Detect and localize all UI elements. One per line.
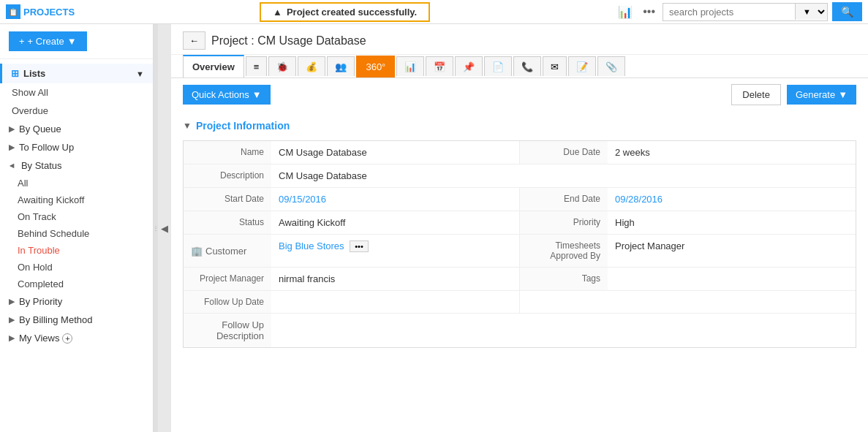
bar-chart-icon[interactable]: 📊	[615, 4, 635, 20]
sidebar-item-by-priority[interactable]: ▶ By Priority	[0, 292, 153, 311]
app-title: PROJECTS	[23, 7, 75, 18]
tab-money-icon[interactable]: 💰	[298, 56, 325, 76]
info-row-status: Status Awaiting Kickoff Priority High	[184, 211, 856, 235]
tab-list-icon[interactable]: ≡	[246, 56, 268, 76]
search-button[interactable]: 🔍	[832, 2, 862, 21]
sidebar-item-all[interactable]: All	[0, 175, 153, 192]
topbar-center: ▲ Project created successfully.	[79, 2, 611, 22]
chevron-right-icon: ▶	[9, 124, 15, 134]
search-bar: ▼	[663, 3, 828, 21]
success-message: Project created successfully.	[287, 7, 417, 18]
project-manager-value: nirmal francis	[271, 268, 519, 290]
content-area: ← Project : CM Usage Database Overview ≡…	[171, 24, 868, 432]
sidebar-item-by-status[interactable]: ▼ By Status	[0, 156, 153, 175]
sidebar-item-by-queue[interactable]: ▶ By Queue	[0, 120, 153, 138]
name-label: Name	[184, 141, 271, 164]
follow-up-date-label: Follow Up Date	[184, 291, 271, 313]
follow-up-date-value[interactable]	[271, 291, 519, 313]
page-title: Project : CM Usage Database	[211, 34, 366, 48]
due-date-field: Due Date 2 weeks	[519, 141, 856, 164]
tab-team-icon[interactable]: 👥	[327, 56, 355, 76]
success-icon: ▲	[273, 7, 282, 18]
email-icon: ✉	[551, 61, 559, 72]
project-manager-field: Project Manager nirmal francis	[184, 268, 519, 290]
sidebar-item-my-views[interactable]: ▶ My Views +	[0, 329, 153, 347]
tab-calendar-icon[interactable]: 📅	[426, 56, 453, 76]
tab-bug-icon[interactable]: 🐞	[268, 56, 296, 76]
sidebar-lists-header[interactable]: ⊞ Lists ▼	[0, 64, 153, 83]
sidebar-item-overdue[interactable]: Overdue	[0, 102, 153, 120]
topbar-right: 📊 ••• ▼ 🔍	[615, 2, 862, 21]
info-row-follow-up-date: Follow Up Date	[184, 291, 856, 314]
tab-overview[interactable]: Overview	[183, 55, 244, 77]
sidebar-item-show-all[interactable]: Show All	[0, 83, 153, 102]
customer-link[interactable]: Big Blue Stores	[279, 240, 344, 251]
sidebar-item-on-hold[interactable]: On Hold	[0, 259, 153, 276]
start-date-value[interactable]: 09/15/2016	[271, 188, 519, 211]
sidebar-item-to-follow-up[interactable]: ▶ To Follow Up	[0, 138, 153, 156]
project-info-table: Name CM Usage Database Due Date 2 weeks …	[183, 140, 856, 348]
table-icon: 📊	[404, 61, 416, 72]
description-label: Description	[184, 164, 271, 187]
timesheets-value: Project Manager	[608, 235, 856, 267]
sidebar-item-behind-schedule[interactable]: Behind Schedule	[0, 225, 153, 242]
description-value: CM Usage Database	[271, 164, 856, 187]
sidebar-item-awaiting-kickoff[interactable]: Awaiting Kickoff	[0, 192, 153, 208]
sidebar-item-by-billing[interactable]: ▶ By Billing Method	[0, 311, 153, 329]
sidebar-item-on-track[interactable]: On Track	[0, 208, 153, 225]
tags-value[interactable]	[608, 268, 856, 290]
customer-value: Big Blue Stores •••	[271, 235, 519, 267]
tab-email-icon[interactable]: ✉	[543, 56, 567, 76]
follow-up-date-empty	[519, 291, 856, 313]
create-button[interactable]: + + Create ▼	[9, 31, 87, 51]
info-row-name: Name CM Usage Database Due Date 2 weeks	[184, 141, 856, 164]
delete-button[interactable]: Delete	[731, 84, 781, 105]
generate-button[interactable]: Generate ▼	[787, 85, 856, 105]
info-row-dates: Start Date 09/15/2016 End Date 09/28/201…	[184, 188, 856, 211]
add-view-icon[interactable]: +	[62, 333, 72, 344]
app-logo: 📋 PROJECTS	[6, 4, 75, 19]
main-layout: + + Create ▼ ⊞ Lists ▼ Show All Overdue …	[0, 24, 868, 432]
generate-chevron-icon: ▼	[838, 89, 848, 100]
tab-360[interactable]: 360°	[356, 56, 395, 77]
status-field: Status Awaiting Kickoff	[184, 211, 519, 234]
tab-pin-icon[interactable]: 📌	[455, 56, 483, 76]
action-bar: Quick Actions ▼ Delete Generate ▼	[171, 78, 868, 111]
pin-icon: 📌	[463, 61, 475, 72]
sidebar-toggle-button[interactable]: ◀	[158, 24, 171, 432]
collapse-icon[interactable]: ▼	[183, 121, 192, 131]
tab-document-icon[interactable]: 📄	[484, 56, 512, 76]
success-banner: ▲ Project created successfully.	[260, 2, 430, 22]
search-dropdown[interactable]: ▼	[795, 4, 827, 20]
info-row-description: Description CM Usage Database	[184, 164, 856, 188]
end-date-value[interactable]: 09/28/2016	[608, 188, 856, 211]
back-button[interactable]: ←	[183, 31, 205, 50]
tags-label: Tags	[520, 268, 608, 290]
tab-attachment-icon[interactable]: 📎	[597, 56, 625, 76]
document-icon: 📄	[492, 61, 504, 72]
chevron-right-icon: ▶	[9, 143, 15, 152]
quick-actions-button[interactable]: Quick Actions ▼	[183, 85, 271, 105]
follow-up-desc-value[interactable]	[271, 314, 856, 347]
end-date-field: End Date 09/28/2016	[519, 188, 856, 211]
attachment-icon: 📎	[605, 61, 617, 72]
priority-field: Priority High	[519, 211, 856, 234]
start-date-field: Start Date 09/15/2016	[184, 188, 519, 211]
bug-icon: 🐞	[276, 61, 288, 72]
more-options-icon[interactable]: •••	[640, 4, 658, 20]
follow-up-desc-label: Follow Up Description	[184, 314, 271, 347]
priority-label: Priority	[520, 211, 608, 234]
chevron-down-icon: ▼	[8, 162, 17, 170]
sidebar-item-in-trouble[interactable]: In Trouble	[0, 242, 153, 259]
tab-table-icon[interactable]: 📊	[396, 56, 424, 76]
tab-notes-icon[interactable]: 📝	[568, 56, 596, 76]
calendar-icon: 📅	[434, 61, 445, 72]
quick-actions-chevron-icon: ▼	[252, 89, 262, 100]
tab-phone-icon[interactable]: 📞	[513, 56, 541, 76]
sidebar: + + Create ▼ ⊞ Lists ▼ Show All Overdue …	[0, 24, 154, 432]
sidebar-item-completed[interactable]: Completed	[0, 276, 153, 292]
section-title: Project Information	[196, 120, 290, 132]
section-header: ▼ Project Information	[183, 120, 856, 132]
customer-more-button[interactable]: •••	[350, 240, 369, 252]
search-input[interactable]	[663, 4, 795, 20]
